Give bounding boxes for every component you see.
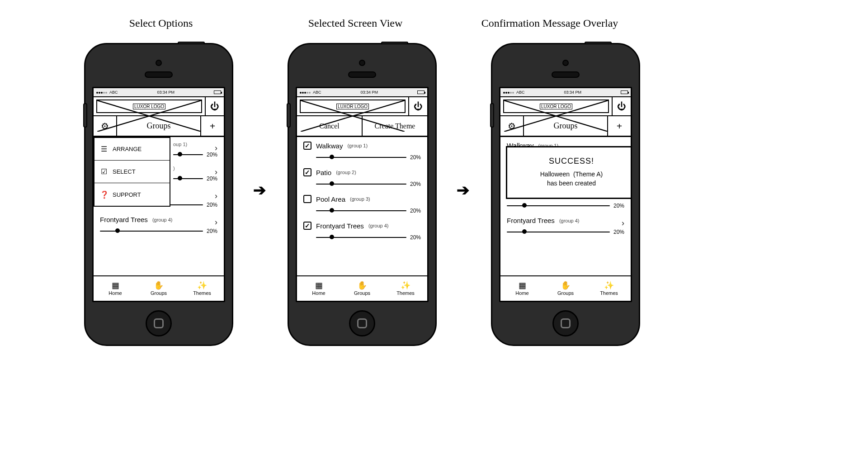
intensity-slider[interactable]: 20% bbox=[507, 203, 624, 209]
chevron-right-icon: › bbox=[215, 167, 217, 177]
plus-icon: + bbox=[210, 120, 216, 132]
list-item[interactable]: Walkway(group 1) 20% bbox=[297, 139, 427, 166]
tab-bar: ▦Home ✋Groups ✨Themes bbox=[94, 275, 224, 301]
success-title: SUCCESS! bbox=[514, 156, 629, 166]
grid-icon: ▦ bbox=[112, 281, 119, 289]
power-icon: ⏻ bbox=[210, 101, 219, 112]
phone-home-button[interactable] bbox=[552, 310, 579, 336]
power-icon: ⏻ bbox=[414, 101, 423, 112]
grid-icon: ▦ bbox=[519, 281, 526, 289]
screen2-title: Selected Screen View bbox=[265, 17, 446, 29]
tab-themes[interactable]: ✨Themes bbox=[587, 276, 631, 301]
intensity-slider[interactable]: 20% bbox=[316, 181, 421, 187]
intensity-slider[interactable]: 20% bbox=[316, 154, 421, 161]
intensity-slider[interactable]: 20% bbox=[507, 229, 624, 235]
flow-arrow-icon: ➔ bbox=[253, 181, 266, 199]
success-overlay[interactable]: SUCCESS! Halloween (Theme A) has been cr… bbox=[506, 146, 631, 199]
menu-item-support[interactable]: ❓SUPPORT bbox=[94, 183, 170, 206]
logo-placeholder: LUXOR LOGO bbox=[503, 99, 609, 113]
intensity-slider[interactable]: 20% bbox=[316, 234, 421, 241]
tab-groups[interactable]: ✋Groups bbox=[544, 276, 587, 301]
tab-themes[interactable]: ✨Themes bbox=[180, 276, 224, 301]
flow-arrow-icon: ➔ bbox=[457, 181, 469, 199]
list-item[interactable]: Pool Area(group 3) 20% bbox=[297, 192, 427, 219]
slider-value: 20% bbox=[207, 202, 217, 208]
screen3-title: Confirmation Message Overlay bbox=[459, 17, 640, 29]
carrier-label: ABC bbox=[109, 90, 118, 95]
app-header: LUXOR LOGO ⏻ bbox=[94, 97, 224, 116]
list-item[interactable]: Frontyard Trees(group 4) 20% bbox=[297, 219, 427, 246]
checkbox[interactable] bbox=[303, 168, 311, 176]
sparkle-icon: ✨ bbox=[197, 281, 207, 289]
tab-groups[interactable]: ✋Groups bbox=[340, 276, 384, 301]
add-button[interactable]: + bbox=[607, 116, 631, 136]
intensity-slider[interactable]: 20% bbox=[100, 228, 217, 234]
phone-frame: ABC 03:34 PM LUXOR LOGO ⏻ Cancel Create … bbox=[288, 43, 437, 346]
power-button[interactable]: ⏻ bbox=[205, 97, 224, 116]
app-header: LUXOR LOGO ⏻ bbox=[500, 97, 631, 116]
list-icon: ☰ bbox=[100, 145, 108, 153]
intensity-slider[interactable]: 20% bbox=[173, 175, 217, 182]
power-icon: ⏻ bbox=[617, 101, 626, 112]
hand-icon: ✋ bbox=[357, 281, 367, 289]
tab-themes[interactable]: ✨Themes bbox=[384, 276, 427, 301]
checkbox-icon: ☑ bbox=[100, 167, 108, 176]
intensity-slider[interactable]: 20% bbox=[173, 152, 217, 158]
intensity-slider[interactable]: 20% bbox=[316, 208, 421, 214]
hand-icon: ✋ bbox=[154, 281, 164, 289]
slider-value: 20% bbox=[207, 228, 217, 234]
phone-frame: ABC 03:34 PM LUXOR LOGO ⏻ ⚙ Groups + ☰A bbox=[84, 43, 233, 346]
list-item[interactable]: Frontyard Trees(group 4) › 20% bbox=[500, 214, 631, 240]
menu-item-arrange[interactable]: ☰ARRANGE bbox=[94, 138, 170, 161]
tab-home[interactable]: ▦Home bbox=[297, 276, 340, 301]
group-sub: (group 4) bbox=[152, 217, 173, 223]
chevron-right-icon: › bbox=[215, 191, 217, 201]
battery-icon bbox=[214, 90, 221, 94]
checkbox[interactable] bbox=[303, 222, 311, 230]
checkbox[interactable] bbox=[303, 142, 311, 150]
tab-groups[interactable]: ✋Groups bbox=[137, 276, 180, 301]
grid-icon: ▦ bbox=[315, 281, 323, 289]
groups-list: ☰ARRANGE ☑SELECT ❓SUPPORT oup 1) › 20% )… bbox=[94, 137, 224, 275]
wireframe-storyboard: Select Options Selected Screen View Conf… bbox=[0, 0, 868, 450]
menu-item-select[interactable]: ☑SELECT bbox=[94, 161, 170, 183]
plus-icon: + bbox=[617, 120, 623, 132]
chevron-right-icon: › bbox=[622, 218, 624, 228]
groups-list: Walkway(group 1) › P › Pool Area(group 3… bbox=[500, 137, 631, 275]
app-screen-selected: ABC 03:34 PM LUXOR LOGO ⏻ Cancel Create … bbox=[296, 87, 429, 302]
battery-icon bbox=[621, 90, 628, 94]
phone-home-button[interactable] bbox=[146, 310, 172, 336]
power-button[interactable]: ⏻ bbox=[408, 97, 427, 116]
status-bar: ABC 03:34 PM bbox=[297, 88, 427, 97]
clock-label: 03:34 PM bbox=[157, 90, 175, 95]
success-theme-line: Halloween (Theme A) bbox=[514, 171, 629, 178]
checkbox[interactable] bbox=[303, 195, 311, 203]
status-bar: ABC 03:34 PM bbox=[94, 88, 224, 97]
phone-home-button[interactable] bbox=[349, 310, 375, 336]
help-icon: ❓ bbox=[100, 190, 108, 199]
app-header: LUXOR LOGO ⏻ bbox=[297, 97, 427, 116]
power-button[interactable]: ⏻ bbox=[612, 97, 631, 116]
chevron-right-icon: › bbox=[215, 218, 217, 227]
screen1-title: Select Options bbox=[71, 17, 251, 29]
hand-icon: ✋ bbox=[561, 281, 571, 289]
add-button[interactable]: + bbox=[200, 116, 224, 136]
list-item[interactable]: Frontyard Trees(group 4) › 20% bbox=[94, 213, 224, 239]
status-bar: ABC 03:34 PM bbox=[500, 88, 631, 97]
app-screen-confirmation: ABC 03:34 PM LUXOR LOGO ⏻ ⚙ Groups + Wal… bbox=[499, 87, 632, 302]
options-menu: ☰ARRANGE ☑SELECT ❓SUPPORT bbox=[94, 137, 170, 207]
phone-frame: ABC 03:34 PM LUXOR LOGO ⏻ ⚙ Groups + Wal… bbox=[491, 43, 640, 346]
groups-list: Walkway(group 1) 20% Patio(group 2) 20% … bbox=[297, 137, 427, 275]
tab-home[interactable]: ▦Home bbox=[94, 276, 137, 301]
app-screen-select-options: ABC 03:34 PM LUXOR LOGO ⏻ ⚙ Groups + ☰A bbox=[92, 87, 225, 302]
logo-placeholder: LUXOR LOGO bbox=[96, 99, 202, 113]
tab-home[interactable]: ▦Home bbox=[500, 276, 544, 301]
tab-bar: ▦Home ✋Groups ✨Themes bbox=[500, 275, 631, 301]
sparkle-icon: ✨ bbox=[401, 281, 410, 289]
list-item[interactable]: Patio(group 2) 20% bbox=[297, 166, 427, 192]
success-created-line: has been created bbox=[514, 180, 629, 187]
battery-icon bbox=[417, 90, 425, 94]
sparkle-icon: ✨ bbox=[604, 281, 614, 289]
group-name: Frontyard Trees bbox=[100, 216, 148, 223]
logo-placeholder: LUXOR LOGO bbox=[300, 99, 406, 113]
